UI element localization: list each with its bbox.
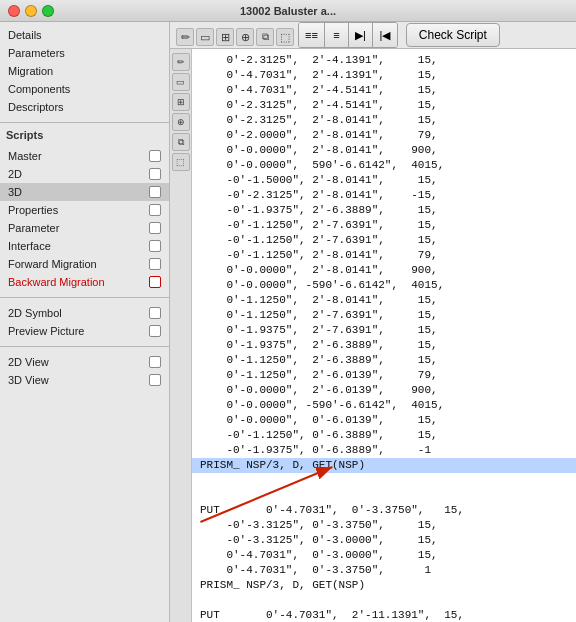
sidebar-item-migration[interactable]: Migration bbox=[0, 62, 169, 80]
view-section: 2D View 3D View bbox=[0, 349, 169, 393]
content-area: ✏ ▭ ⊞ ⊕ ⧉ ⬚ ≡≡ ≡ ▶| |◀ Check Script ✏ ▭ … bbox=[170, 22, 576, 622]
sidebar-item-2d-view[interactable]: 2D View bbox=[0, 353, 169, 371]
2d-checkbox[interactable] bbox=[149, 168, 161, 180]
vertical-icon-toolbar: ✏ ▭ ⊞ ⊕ ⧉ ⬚ bbox=[170, 49, 192, 622]
sidebar: Details Parameters Migration Components … bbox=[0, 22, 170, 622]
title-bar-buttons bbox=[8, 5, 54, 17]
sidebar-item-interface[interactable]: Interface bbox=[0, 237, 169, 255]
close-button[interactable] bbox=[8, 5, 20, 17]
box-icon[interactable]: ⬚ bbox=[276, 28, 294, 46]
preview-picture-checkbox[interactable] bbox=[149, 325, 161, 337]
play-back-icon[interactable]: |◀ bbox=[373, 23, 397, 47]
divider-2 bbox=[0, 297, 169, 298]
copy-icon[interactable]: ⧉ bbox=[172, 133, 190, 151]
table-icon[interactable]: ⊞ bbox=[172, 93, 190, 111]
sidebar-item-2d-symbol[interactable]: 2D Symbol bbox=[0, 304, 169, 322]
sidebar-top-buttons: Details Parameters Migration Components … bbox=[0, 22, 169, 120]
maximize-button[interactable] bbox=[42, 5, 54, 17]
sidebar-item-forward-migration[interactable]: Forward Migration bbox=[0, 255, 169, 273]
3d-checkbox[interactable] bbox=[149, 186, 161, 198]
grid-icon[interactable]: ⊞ bbox=[216, 28, 234, 46]
scripts-label: Scripts bbox=[0, 125, 169, 143]
sidebar-item-preview-picture[interactable]: Preview Picture bbox=[0, 322, 169, 340]
plus-icon[interactable]: ⊕ bbox=[172, 113, 190, 131]
frame-icon[interactable]: ⬚ bbox=[172, 153, 190, 171]
sidebar-item-master[interactable]: Master bbox=[0, 147, 169, 165]
sidebar-item-parameters[interactable]: Parameters bbox=[0, 44, 169, 62]
list-icon[interactable]: ≡≡ bbox=[299, 23, 325, 47]
2d-symbol-checkbox[interactable] bbox=[149, 307, 161, 319]
layers-icon[interactable]: ⧉ bbox=[256, 28, 274, 46]
sidebar-item-backward-migration[interactable]: Backward Migration bbox=[0, 273, 169, 291]
master-checkbox[interactable] bbox=[149, 150, 161, 162]
edit-icon[interactable]: ✏ bbox=[172, 53, 190, 71]
3d-view-checkbox[interactable] bbox=[149, 374, 161, 386]
properties-checkbox[interactable] bbox=[149, 204, 161, 216]
sidebar-item-components[interactable]: Components bbox=[0, 80, 169, 98]
bottom-section: 2D Symbol Preview Picture bbox=[0, 300, 169, 344]
indent-icon[interactable]: ≡ bbox=[325, 23, 349, 47]
sidebar-item-3d[interactable]: 3D bbox=[0, 183, 169, 201]
play-forward-icon[interactable]: ▶| bbox=[349, 23, 373, 47]
parameter-checkbox[interactable] bbox=[149, 222, 161, 234]
code-editor[interactable]: 0'-2.3125", 2'-4.1391", 15, 0'-4.7031", … bbox=[192, 49, 576, 622]
2d-view-checkbox[interactable] bbox=[149, 356, 161, 368]
sidebar-item-details[interactable]: Details bbox=[0, 26, 169, 44]
forward-migration-checkbox[interactable] bbox=[149, 258, 161, 270]
check-script-button[interactable]: Check Script bbox=[406, 23, 500, 47]
sidebar-item-3d-view[interactable]: 3D View bbox=[0, 371, 169, 389]
add-icon[interactable]: ⊕ bbox=[236, 28, 254, 46]
icon-toolbar-row: ✏ ▭ ⊞ ⊕ ⧉ ⬚ bbox=[176, 24, 294, 46]
title-bar: 13002 Baluster a... bbox=[0, 0, 576, 22]
backward-migration-checkbox[interactable] bbox=[149, 276, 161, 288]
sidebar-item-properties[interactable]: Properties bbox=[0, 201, 169, 219]
minimize-button[interactable] bbox=[25, 5, 37, 17]
sidebar-item-2d[interactable]: 2D bbox=[0, 165, 169, 183]
interface-checkbox[interactable] bbox=[149, 240, 161, 252]
sidebar-item-parameter[interactable]: Parameter bbox=[0, 219, 169, 237]
rect-icon[interactable]: ▭ bbox=[196, 28, 214, 46]
sidebar-item-descriptors[interactable]: Descriptors bbox=[0, 98, 169, 116]
top-toolbar: ✏ ▭ ⊞ ⊕ ⧉ ⬚ ≡≡ ≡ ▶| |◀ Check Script bbox=[170, 22, 576, 49]
pencil-icon[interactable]: ✏ bbox=[176, 28, 194, 46]
block-icon[interactable]: ▭ bbox=[172, 73, 190, 91]
window-title: 13002 Baluster a... bbox=[240, 5, 336, 17]
right-panel: ✏ ▭ ⊞ ⊕ ⧉ ⬚ 0'-2.3125", 2'-4.1391", 15, … bbox=[170, 49, 576, 622]
divider-1 bbox=[0, 122, 169, 123]
scripts-section: Master 2D 3D Properties Parameter Interf… bbox=[0, 143, 169, 295]
divider-3 bbox=[0, 346, 169, 347]
format-toolbar-group: ≡≡ ≡ ▶| |◀ bbox=[298, 22, 398, 48]
